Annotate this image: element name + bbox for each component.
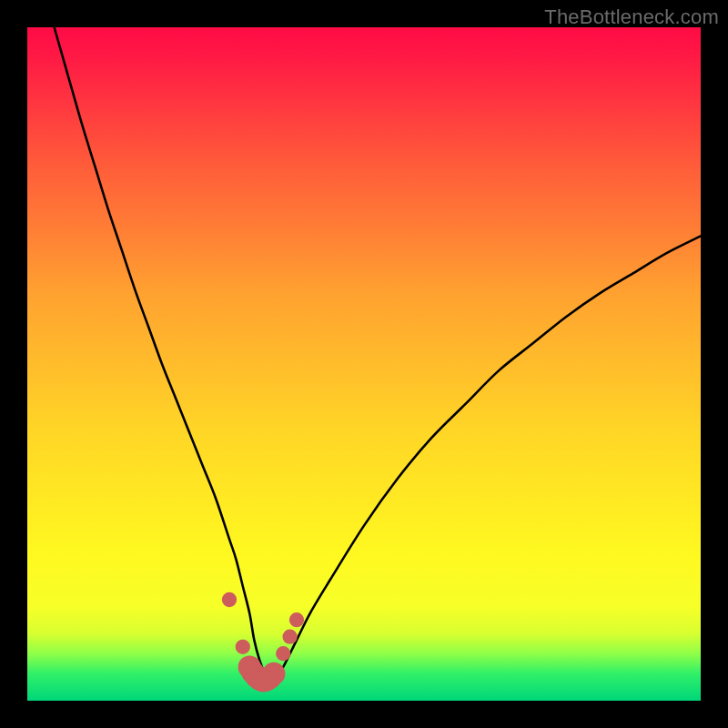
curve-marker — [282, 630, 297, 644]
chart-container: TheBottleneck.com — [0, 0, 728, 728]
curve-marker — [222, 592, 237, 607]
curve-marker — [276, 646, 290, 661]
bottleneck-chart — [0, 0, 728, 728]
curve-marker — [236, 640, 250, 654]
watermark-label: TheBottleneck.com — [544, 5, 719, 29]
plot-gradient-background — [27, 27, 701, 701]
curve-marker — [262, 662, 285, 685]
curve-marker — [289, 612, 304, 627]
